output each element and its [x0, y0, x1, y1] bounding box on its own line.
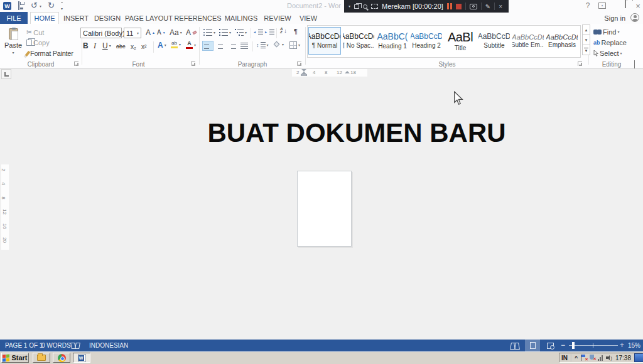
style-heading-2[interactable]: AaBbCcD Heading 2 [410, 27, 443, 55]
taskbar-item-browser[interactable] [53, 353, 70, 363]
bullets-button[interactable]: ▾ [203, 29, 215, 36]
screenshot-camera-icon[interactable] [470, 4, 477, 9]
tab-insert[interactable]: INSERT [62, 12, 90, 24]
style-subtle-emphasis[interactable]: AaBbCcDt Subtle Em... [512, 27, 544, 55]
font-dialog-launcher[interactable] [191, 62, 195, 66]
start-button[interactable]: Start [1, 353, 29, 363]
stop-recording-button[interactable] [456, 4, 462, 9]
show-hidden-icons-button[interactable]: ^ [575, 355, 578, 361]
align-right-button[interactable] [229, 43, 236, 49]
tab-file[interactable]: FILE [0, 12, 28, 24]
pause-recording-button[interactable] [447, 3, 452, 9]
shrink-font-button[interactable]: A▼ [157, 29, 166, 36]
vertical-ruler[interactable]: 2 4 8 12 16 20 [1, 164, 9, 250]
numbering-button[interactable]: ▾ [219, 29, 231, 36]
annotate-pencil-icon[interactable]: ✎ [485, 3, 490, 10]
align-center-button[interactable] [217, 43, 224, 49]
tab-design[interactable]: DESIGN [93, 12, 122, 24]
tab-view[interactable]: VIEW [296, 12, 321, 24]
recorder-menu-icon[interactable]: ▾ [349, 4, 350, 8]
underline-button[interactable]: U▾ [102, 42, 111, 50]
undo-dropdown-icon[interactable]: ▾ [40, 4, 41, 8]
tray-app-icon[interactable] [634, 353, 643, 362]
user-avatar-icon[interactable] [630, 13, 639, 22]
style-normal[interactable]: AaBbCcDc ¶ Normal [308, 27, 341, 55]
page-indicator[interactable]: PAGE 1 OF 1 [5, 342, 43, 349]
cut-button[interactable]: ✂ Cut [26, 28, 44, 36]
close-button[interactable]: × [633, 1, 643, 11]
redo-button[interactable]: ↻ [48, 1, 55, 9]
style-title[interactable]: AaBl Title [444, 27, 477, 55]
copy-button[interactable]: Copy [26, 39, 50, 46]
language-indicator[interactable]: INDONESIAN [89, 342, 128, 349]
read-mode-button[interactable] [507, 340, 522, 351]
tab-review[interactable]: REVIEW [262, 12, 293, 24]
update-alert-icon[interactable]: × [590, 355, 595, 361]
text-effects-button[interactable]: A▾ [158, 41, 166, 49]
tab-stop-selector[interactable] [1, 69, 11, 79]
line-spacing-button[interactable]: ↕ ▾ [256, 42, 269, 48]
left-indent-marker[interactable] [301, 74, 307, 76]
format-painter-button[interactable]: Format Painter [26, 50, 73, 57]
subscript-button[interactable]: x₂ [131, 43, 136, 50]
style-subtitle[interactable]: AaBbCcD Subtitle [478, 27, 511, 55]
change-case-button[interactable]: Aa▾ [170, 29, 182, 36]
right-indent-marker[interactable] [345, 71, 350, 73]
borders-button[interactable]: ▾ [289, 41, 300, 49]
align-left-button[interactable] [202, 41, 213, 51]
save-button[interactable] [18, 2, 19, 9]
justify-button[interactable] [240, 43, 248, 49]
highlight-color-button[interactable]: ab▾ [171, 41, 181, 48]
zoom-out-button[interactable]: − [561, 341, 565, 350]
zoom-level[interactable]: 15% [628, 342, 640, 349]
input-language-indicator[interactable]: IN [561, 355, 568, 361]
restore-button[interactable] [625, 0, 626, 8]
find-button[interactable]: Find▾ [593, 28, 619, 36]
styles-dialog-launcher[interactable] [578, 62, 582, 66]
increase-indent-button[interactable]: ▸ [265, 29, 274, 35]
tab-page-layout[interactable]: PAGE LAYOUT [125, 12, 173, 24]
select-button[interactable]: Select▾ [593, 50, 622, 57]
ribbon-display-options-button[interactable]: ▴ [598, 3, 606, 9]
collapse-ribbon-button[interactable] [634, 61, 635, 68]
strikethrough-button[interactable]: abc [116, 43, 126, 50]
superscript-button[interactable]: x² [141, 43, 146, 50]
tab-references[interactable]: REFERENCES [176, 12, 220, 24]
volume-icon[interactable]: ) [606, 355, 612, 361]
bold-button[interactable]: B [83, 42, 89, 50]
recorder-region-icon[interactable] [371, 4, 378, 9]
horizontal-ruler[interactable]: 2 4 8 12 18 [292, 68, 367, 77]
clock[interactable]: 17:38 [615, 355, 631, 361]
taskbar-item-explorer[interactable] [33, 353, 50, 363]
font-size-combo[interactable]: 11▾ [124, 28, 141, 38]
sign-in-link[interactable]: Sign in [604, 14, 625, 22]
network-signal-icon[interactable] [598, 355, 603, 361]
font-name-combo[interactable]: Calibri (Body)▾ [80, 28, 122, 38]
show-paragraph-marks-button[interactable]: ¶ [294, 28, 298, 35]
paragraph-dialog-launcher[interactable] [297, 62, 301, 66]
style-emphasis[interactable]: AaBbCcDt Emphasis [546, 27, 578, 55]
clear-formatting-button[interactable]: A [186, 29, 197, 36]
document-page[interactable] [297, 171, 352, 247]
paste-button[interactable]: Paste ▾ [3, 26, 23, 62]
tab-home[interactable]: HOME [30, 12, 59, 24]
recorder-zoom-icon[interactable] [363, 4, 367, 9]
zoom-slider-track[interactable] [569, 345, 618, 346]
word-count[interactable]: 0 WORDS [41, 342, 71, 349]
sort-button[interactable]: AZ ↓ [280, 28, 287, 34]
recorder-window-icon[interactable] [354, 4, 359, 9]
recorder-close-icon[interactable]: × [499, 3, 502, 10]
italic-button[interactable]: I [94, 42, 96, 50]
security-alert-icon[interactable]: × [581, 355, 586, 361]
zoom-in-button[interactable]: + [620, 341, 624, 350]
shading-button[interactable]: ▾ [274, 42, 284, 46]
style-no-spacing[interactable]: AaBbCcDc ¶ No Spac... [342, 27, 375, 55]
qat-customize-button[interactable]: ▾ [61, 3, 63, 11]
zoom-slider-thumb[interactable] [572, 342, 575, 349]
print-layout-button[interactable] [525, 340, 540, 351]
font-color-button[interactable]: A▾ [186, 41, 196, 49]
help-button[interactable]: ? [583, 1, 593, 11]
taskbar-item-word[interactable] [73, 353, 90, 363]
web-layout-button[interactable] [543, 340, 558, 351]
replace-button[interactable]: ab Replace [593, 39, 627, 46]
